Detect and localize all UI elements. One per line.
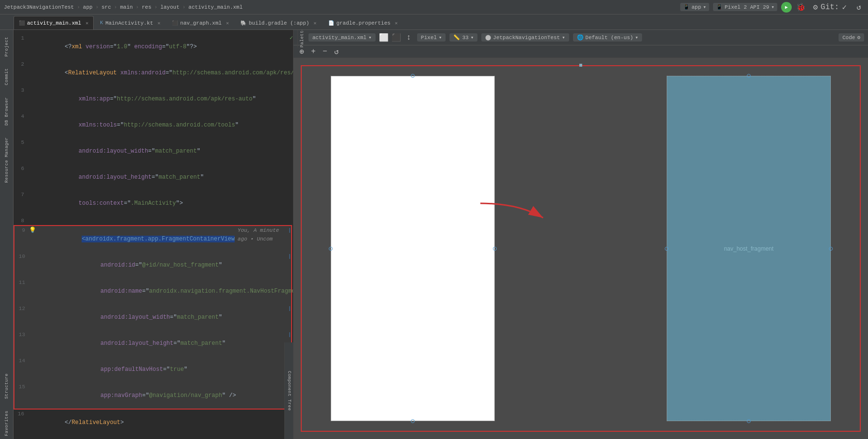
debug-icon[interactable]: 🐞 xyxy=(796,2,806,13)
pixel-icon: 📱 xyxy=(716,4,723,10)
tab-build-gradle[interactable]: 🐘 build.gradle (:app) ✕ xyxy=(235,16,322,29)
handle-left-blue xyxy=(665,247,669,251)
design-canvas[interactable]: nav_host_fragment xyxy=(294,58,868,439)
git-icon[interactable]: Git: xyxy=(825,2,835,13)
sidebar-item-favorites[interactable]: Favorites xyxy=(3,408,10,439)
arrow-svg xyxy=(480,194,577,232)
design-panel: Palette activity_main.xml ▾ ⬜ ⬛ ↕ Pixel … xyxy=(294,30,868,439)
diff-indicator-12: | xyxy=(288,305,291,313)
project-dropdown[interactable]: ⬤ JetpackNavigationTest ▾ xyxy=(481,33,569,42)
zoom-in-icon[interactable]: + xyxy=(309,47,318,56)
handle-right-blue xyxy=(829,247,833,251)
code-editor: 1 <?xml version="1.0" encoding="utf-8"?>… xyxy=(14,30,294,439)
file-dropdown[interactable]: activity_main.xml ▾ xyxy=(308,33,376,42)
code-label: Code xyxy=(842,35,855,41)
breadcrumb-area: Jetpack3NavigationTest › app › src › mai… xyxy=(4,4,243,10)
sync-icon[interactable]: ↺ xyxy=(854,2,864,13)
left-sidebar: Project Commit DB Browser Resource Manag… xyxy=(0,30,14,439)
code-line-16: 16 </RelativeLayout> xyxy=(14,410,293,436)
tabs-row: ⬛ activity_main.xml ✕ K MainActivity.kt … xyxy=(0,14,868,30)
component-tree-panel[interactable]: Component Tree xyxy=(284,342,293,439)
code-view-button[interactable]: Code ⚙ xyxy=(839,33,864,42)
project-label: JetpackNavigationTest xyxy=(493,35,560,41)
device-config[interactable]: 📱 Pixel 2 API 29 ▾ xyxy=(713,3,777,11)
top-bar-right: 📱 app ▾ 📱 Pixel 2 API 29 ▾ ▶ 🐞 ⚙ Git: ✓ … xyxy=(680,2,864,13)
tab-label-nav-graph: nav_graph.xml xyxy=(180,20,222,26)
tab-close-build-gradle[interactable]: ✕ xyxy=(314,20,317,26)
lightbulb-icon: 💡 xyxy=(29,226,36,235)
phone-preview-white xyxy=(331,76,495,421)
code-line-5: 5 android:layout_width="match_parent" xyxy=(14,138,293,164)
handle-bottom-blue xyxy=(747,419,751,423)
run-button[interactable]: ▶ xyxy=(781,2,792,13)
code-line-15: 15 app:navGraph="@navigation/nav_graph" … xyxy=(14,382,291,409)
sidebar-item-commit[interactable]: Commit xyxy=(3,65,10,88)
tab-close-activity-main[interactable]: ✕ xyxy=(85,20,88,26)
run-config[interactable]: 📱 app ▾ xyxy=(680,3,709,11)
tab-main-activity-kt[interactable]: K MainActivity.kt ✕ xyxy=(95,16,166,29)
handle-bottom-white xyxy=(411,419,415,423)
blueprint-icon[interactable]: ⬛ xyxy=(392,33,401,42)
design-toggle-icon[interactable]: ⬜ xyxy=(379,33,388,42)
file-chevron-icon: ▾ xyxy=(368,34,372,41)
run-config-label: app xyxy=(692,4,701,10)
tab-label-gradle-props: gradle.properties xyxy=(336,20,391,26)
tab-label-main-activity: MainActivity.kt xyxy=(105,20,153,26)
api-label: 33 xyxy=(462,35,468,41)
diff-indicator-10: | xyxy=(288,253,291,261)
locale-dropdown[interactable]: 🌐 Default (en-us) ▾ xyxy=(573,33,643,42)
settings-icon[interactable]: ⚙ xyxy=(810,2,821,13)
api-chevron-icon: ▾ xyxy=(471,34,474,41)
code-line-1: 1 <?xml version="1.0" encoding="utf-8"?>… xyxy=(14,34,293,60)
sidebar-item-structure[interactable]: Structure xyxy=(3,370,10,402)
top-constraint-handle xyxy=(579,64,582,67)
top-bar: Jetpack3NavigationTest › app › src › mai… xyxy=(0,0,868,14)
diff-indicator-13: | xyxy=(288,331,291,340)
orientation-icon[interactable]: ↕ xyxy=(405,33,413,42)
tab-activity-main-xml[interactable]: ⬛ activity_main.xml ✕ xyxy=(14,16,94,29)
device-dropdown[interactable]: Pixel ▾ xyxy=(417,33,446,42)
handle-top-blue xyxy=(747,74,751,78)
code-line-10: 10 android:id="@+id/nav_host_fragment" | xyxy=(14,252,291,278)
palette-label[interactable]: Palette xyxy=(297,30,305,47)
xml-icon: ⬛ xyxy=(19,20,25,26)
zoom-toolbar: ⊕ + − ↺ xyxy=(294,45,868,58)
handle-right-white xyxy=(493,247,497,251)
highlight-block: 9 💡 <androidx.fragment.app.FragmentConta… xyxy=(14,225,292,410)
code-line-7: 7 tools:context=".MainActivity"> xyxy=(14,190,293,216)
chevron-down-icon: ▾ xyxy=(703,4,706,10)
src-dir: app xyxy=(83,4,93,10)
diff-indicator: | xyxy=(288,227,291,235)
tab-gradle-props[interactable]: 📄 gradle.properties ✕ xyxy=(323,16,403,29)
component-tree-label: Component Tree xyxy=(287,371,292,411)
refresh-icon[interactable]: ↺ xyxy=(332,47,341,56)
sidebar-item-resource-manager[interactable]: Resource Manager xyxy=(3,134,10,185)
project-name: Jetpack3NavigationTest xyxy=(4,4,74,10)
tab-nav-graph[interactable]: ⬛ nav_graph.xml ✕ xyxy=(167,16,234,29)
code-line-2: 2 <RelativeLayout xmlns:android="http://… xyxy=(14,60,293,86)
git-annotation: You, A minute ago • Uncom xyxy=(238,226,286,243)
check-icon[interactable]: ✓ xyxy=(839,2,850,13)
kt-icon: K xyxy=(100,20,103,26)
device-label: Pixel xyxy=(421,35,437,41)
locale-chevron-icon: ▾ xyxy=(635,34,639,41)
tab-close-gradle-props[interactable]: ✕ xyxy=(395,20,398,26)
run-config-icon: 📱 xyxy=(683,4,690,10)
zoom-out-icon[interactable]: − xyxy=(321,47,329,56)
tab-close-nav-graph[interactable]: ✕ xyxy=(226,20,229,26)
sidebar-item-db-browser[interactable]: DB Browser xyxy=(3,94,10,128)
code-line-11: 11 android:name="androidx.navigation.fra… xyxy=(14,278,291,304)
main-dir: src xyxy=(101,4,111,10)
handle-left-white xyxy=(329,247,333,251)
nav-xml-icon: ⬛ xyxy=(172,20,178,26)
tab-label-build-gradle: build.gradle (:app) xyxy=(249,20,309,26)
tab-close-main-activity[interactable]: ✕ xyxy=(157,20,160,26)
code-area[interactable]: 1 <?xml version="1.0" encoding="utf-8"?>… xyxy=(14,30,293,439)
api-dropdown[interactable]: 📏 33 ▾ xyxy=(449,33,477,42)
main-content: Project Commit DB Browser Resource Manag… xyxy=(0,30,868,439)
zoom-fit-icon[interactable]: ⊕ xyxy=(297,47,306,56)
device-chevron-icon2: ▾ xyxy=(439,34,442,41)
res-dir2: layout xyxy=(160,4,180,10)
file-name: activity_main.xml xyxy=(188,4,242,10)
sidebar-item-project[interactable]: Project xyxy=(3,34,10,59)
